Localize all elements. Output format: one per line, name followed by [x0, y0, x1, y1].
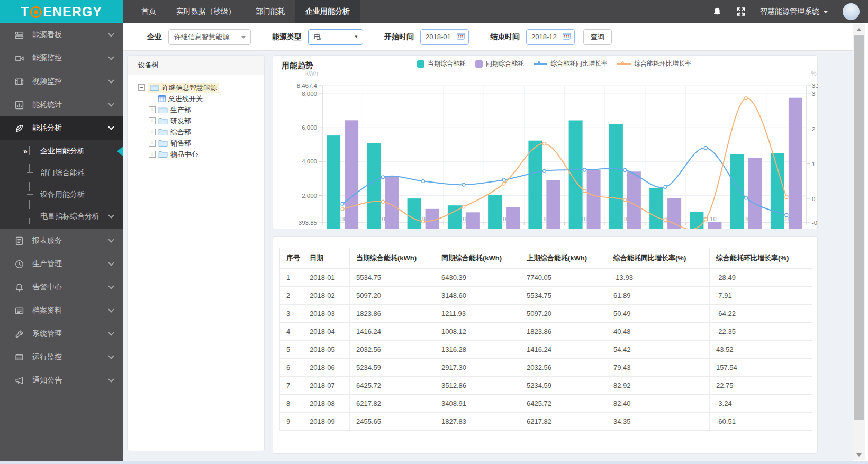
tree-node[interactable]: 总进线开关 [138, 93, 260, 104]
table-cell: 2018-08 [303, 395, 350, 413]
tree-expand-icon[interactable]: + [149, 151, 156, 158]
folder-icon [158, 117, 168, 125]
system-name: 智慧能源管理系统 [760, 7, 819, 16]
tree-guide [26, 194, 33, 195]
app-root: T ENERGY 首页实时数据（秒级）部门能耗企业用能分析 智慧能源管理系统 能… [0, 0, 868, 464]
tree-node-selected[interactable]: 许继信息智慧能源 [148, 83, 219, 93]
system-name-dropdown[interactable]: 智慧能源管理系统 [760, 7, 828, 16]
tree-collapse-icon[interactable]: − [138, 84, 145, 91]
calendar-icon[interactable] [563, 32, 571, 41]
table-column-header: 上期综合能耗(kWh) [520, 248, 607, 269]
table-cell: 3 [280, 305, 303, 323]
query-button[interactable]: 查询 [583, 29, 612, 45]
table-cell: 6425.72 [520, 395, 607, 413]
table-row[interactable]: 62018-065234.592917.302032.5679.43157.54 [280, 359, 812, 377]
table-cell: 2032.56 [520, 359, 607, 377]
table-cell: -28.49 [710, 269, 812, 287]
table-row[interactable]: 82018-086217.823408.916425.7282.40-3.24 [280, 395, 812, 413]
archive-icon [15, 306, 24, 315]
svg-text:1: 1 [812, 161, 815, 167]
sidebar-item-label: 能耗分析 [32, 123, 109, 133]
sidebar-item[interactable]: 能耗统计 [0, 93, 123, 116]
table-column-header: 综合能耗同比增长率(%) [607, 248, 710, 269]
legend-item[interactable]: 综合能耗同比增长率 [534, 59, 608, 68]
chevron-down-icon [108, 101, 114, 106]
tree-node[interactable]: +销售部 [138, 138, 260, 149]
tree-node-label: 生产部 [170, 105, 191, 115]
table-cell: 5234.59 [350, 359, 435, 377]
chevron-down-icon [108, 124, 114, 130]
enterprise-select[interactable]: 许继信息智慧能源 [168, 29, 251, 45]
tree-expand-icon[interactable]: + [149, 140, 156, 147]
end-time-input[interactable]: 2018-12 [526, 29, 575, 45]
scrollbar-thumb[interactable] [854, 35, 864, 420]
table-cell: 2018-02 [303, 287, 350, 305]
nav-tabs: 首页实时数据（秒级）部门能耗企业用能分析 [131, 0, 360, 23]
sidebar-item[interactable]: 能耗分析 [0, 116, 123, 140]
sidebar-item[interactable]: 能源监控 [0, 47, 123, 70]
sidebar-subitem[interactable]: 电量指标综合分析 [0, 205, 123, 227]
sidebar-item[interactable]: 系统管理 [0, 322, 123, 345]
notification-bell-icon[interactable] [712, 7, 722, 16]
vertical-scrollbar[interactable] [853, 24, 865, 460]
sidebar-item[interactable]: 视频监控 [0, 70, 123, 93]
chevron-down-icon [108, 31, 114, 37]
svg-text:8,467.4: 8,467.4 [297, 83, 318, 89]
tree-expand-icon[interactable]: + [149, 129, 156, 135]
start-time-input[interactable]: 2018-01 [420, 29, 469, 45]
sidebar-item[interactable]: 告警中心 [0, 276, 123, 299]
sidebar-item[interactable]: 能源看板 [0, 23, 123, 47]
scrollbar-down-arrow-icon[interactable] [856, 453, 862, 457]
nav-tab[interactable]: 企业用能分析 [295, 0, 360, 23]
tree-node[interactable]: +物品中心 [138, 149, 260, 160]
tree-node[interactable]: +研发部 [138, 115, 260, 126]
sidebar-subitem[interactable]: 部门综合能耗 [0, 162, 123, 184]
legend-item[interactable]: 同期综合能耗 [475, 59, 524, 68]
table-row[interactable]: 12018-015534.756430.397740.05-13.93-28.4… [280, 269, 812, 287]
device-tree: −许继信息智慧能源总进线开关+生产部+研发部+综合部+销售部+物品中心 [128, 75, 264, 160]
calendar-icon[interactable] [457, 32, 465, 41]
sidebar-item[interactable]: 运行监控 [0, 345, 123, 369]
table-row[interactable]: 72018-076425.723512.865234.5982.9222.75 [280, 377, 812, 395]
table-cell: 7740.05 [520, 269, 607, 287]
table-row[interactable]: 22018-025097.203148.605534.7561.89-7.91 [280, 287, 812, 305]
tree-guide [26, 172, 33, 173]
sidebar-item-label: 生产管理 [32, 259, 109, 269]
table-column-header: 综合能耗环比增长率(%) [710, 248, 812, 269]
legend-item[interactable]: 综合能耗环比增长率 [617, 59, 691, 68]
sidebar-item[interactable]: 报表服务 [0, 229, 123, 252]
table-row[interactable]: 32018-031823.861211.935097.2050.49-64.22 [280, 305, 812, 323]
tree-expand-icon[interactable]: + [149, 106, 156, 113]
table-row[interactable]: 92018-092455.651827.836217.8234.35-60.51 [280, 413, 812, 431]
report-icon [15, 236, 24, 245]
energy-type-select[interactable]: 电 ▼ [308, 29, 363, 45]
horizontal-scrollbar-track[interactable] [0, 461, 868, 464]
scrollbar-up-arrow-icon[interactable] [856, 28, 862, 31]
megaphone-icon [15, 376, 24, 385]
nav-tab[interactable]: 实时数据（秒级） [166, 0, 246, 23]
sidebar-subitem[interactable]: 设备用能分析 [0, 184, 123, 205]
legend-item[interactable]: 当期综合能耗 [417, 59, 466, 68]
table-cell: 61.89 [607, 287, 710, 305]
tree-expand-icon[interactable]: + [149, 117, 156, 124]
tree-node[interactable]: +生产部 [138, 104, 260, 115]
sidebar-item[interactable]: 通知公告 [0, 369, 123, 392]
table-column-header: 序号 [280, 248, 303, 269]
avatar[interactable] [843, 3, 860, 20]
tree-node-root[interactable]: −许继信息智慧能源 [138, 82, 260, 93]
tree-node[interactable]: +综合部 [138, 126, 260, 138]
brand-logo[interactable]: T ENERGY [0, 0, 123, 23]
nav-tab[interactable]: 部门能耗 [246, 0, 295, 23]
table-cell: 1008.12 [435, 323, 520, 341]
sidebar-subitem[interactable]: »企业用能分析 [0, 140, 123, 162]
table-cell: 6 [280, 359, 303, 377]
fullscreen-icon[interactable] [736, 7, 746, 16]
table-row[interactable]: 52018-052032.561316.281416.2454.4243.52 [280, 341, 812, 359]
sidebar-item[interactable]: 生产管理 [0, 252, 123, 276]
table-row[interactable]: 42018-041416.241008.121823.8640.48-22.35 [280, 323, 812, 341]
table-cell: -13.93 [607, 269, 710, 287]
svg-text:393.85: 393.85 [299, 220, 317, 226]
sidebar-item[interactable]: 档案资料 [0, 299, 123, 322]
nav-tab[interactable]: 首页 [131, 0, 166, 23]
table-cell: 6425.72 [350, 377, 435, 395]
